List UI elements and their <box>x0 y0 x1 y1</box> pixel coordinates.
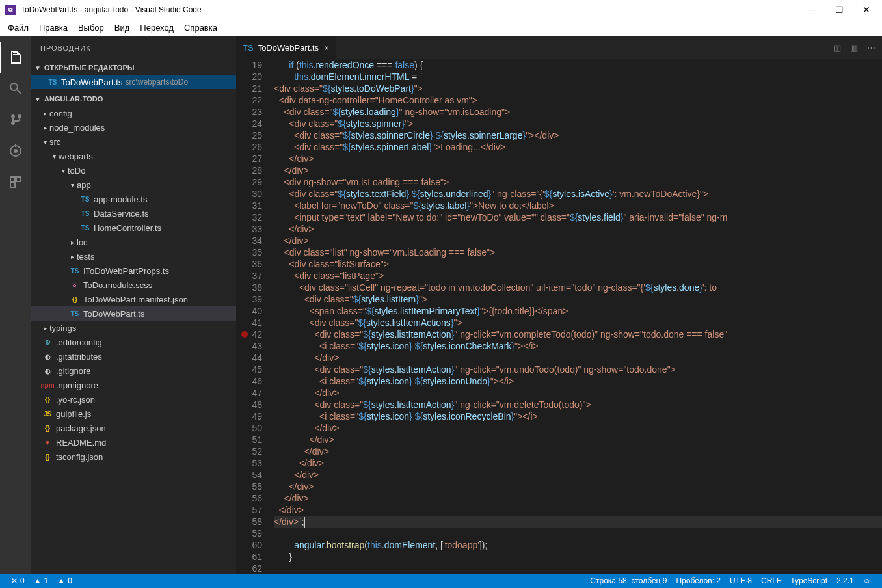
vscode-icon: ⧉ <box>5 5 16 15</box>
source-control-icon[interactable] <box>0 104 31 135</box>
minimize-button[interactable]: ─ <box>804 5 820 15</box>
file-readme[interactable]: ▼README.md <box>31 435 236 449</box>
file-manifest[interactable]: {}ToDoWebPart.manifest.json <box>31 292 236 306</box>
project-label: ANGULAR-TODO <box>44 95 103 103</box>
status-encoding[interactable]: UTF-8 <box>725 576 756 585</box>
layout-icon[interactable]: ▥ <box>850 43 858 53</box>
project-header[interactable]: ▼ANGULAR-TODO <box>31 92 236 106</box>
file-dataservice[interactable]: TSDataService.ts <box>31 206 236 220</box>
md-icon: ▼ <box>42 437 53 448</box>
git-icon: ◐ <box>42 366 53 376</box>
menu-go[interactable]: Переход <box>135 21 179 34</box>
title-bar: ⧉ ToDoWebPart.ts - angular-todo - Visual… <box>0 0 882 20</box>
open-editor-name: ToDoWebPart.ts <box>61 77 122 87</box>
ts-icon: TS <box>79 208 91 219</box>
status-cursor[interactable]: Строка 58, столбец 9 <box>585 576 671 585</box>
folder-tests[interactable]: ▸tests <box>31 249 236 263</box>
json-icon: {} <box>42 394 53 405</box>
window-controls: ─ ☐ ✕ <box>804 5 874 15</box>
open-editors-header[interactable]: ▼ОТКРЫТЫЕ РЕДАКТОРЫ <box>31 60 236 75</box>
json-icon: {} <box>69 294 81 304</box>
file-tsconfig[interactable]: {}tsconfig.json <box>31 449 236 464</box>
editorconfig-icon: ⚙ <box>42 337 53 347</box>
close-button[interactable]: ✕ <box>859 5 874 15</box>
editor-actions: ◫ ▥ ⋯ <box>827 36 882 59</box>
code-editor[interactable]: 1920212223242526272829303132333435363738… <box>236 59 882 574</box>
tab-label: ToDoWebPart.ts <box>258 43 319 53</box>
status-spaces[interactable]: Пробелов: 2 <box>671 576 725 585</box>
project-tree: ▼ANGULAR-TODO ▸config ▸node_modules ▾src… <box>31 90 236 465</box>
tab-todowebpart[interactable]: TS ToDoWebPart.ts × <box>236 36 336 59</box>
menu-selection[interactable]: Выбор <box>73 21 109 34</box>
status-warnings[interactable]: ▲ 1 <box>29 576 53 585</box>
open-editors-label: ОТКРЫТЫЕ РЕДАКТОРЫ <box>44 64 135 72</box>
code-content[interactable]: if (this.renderedOnce === false) { this.… <box>274 59 882 574</box>
window-title: ToDoWebPart.ts - angular-todo - Visual S… <box>21 5 804 14</box>
more-actions-icon[interactable]: ⋯ <box>867 43 875 53</box>
scss-icon: ఠ <box>69 280 81 290</box>
status-info[interactable]: ▲ 0 <box>53 576 77 585</box>
menu-help[interactable]: Справка <box>179 21 222 34</box>
folder-webparts[interactable]: ▾webparts <box>31 149 236 163</box>
explorer-icon[interactable] <box>0 42 31 73</box>
split-editor-icon[interactable]: ◫ <box>833 43 841 53</box>
open-editor-path: src\webparts\toDo <box>125 77 188 87</box>
file-yorc[interactable]: {}.yo-rc.json <box>31 392 236 407</box>
menu-view[interactable]: Вид <box>109 21 135 34</box>
ts-icon: TS <box>69 308 81 319</box>
ts-icon: TS <box>243 43 254 53</box>
svg-rect-3 <box>10 177 15 181</box>
file-gitattributes[interactable]: ◐.gitattributes <box>31 349 236 364</box>
status-version[interactable]: 2.2.1 <box>832 576 859 585</box>
npm-icon: npm <box>42 380 53 390</box>
folder-config[interactable]: ▸config <box>31 106 236 120</box>
folder-typings[interactable]: ▸typings <box>31 321 236 335</box>
svg-rect-5 <box>10 183 15 187</box>
file-homecontroller[interactable]: TSHomeController.ts <box>31 220 236 235</box>
open-editor-file[interactable]: TS ToDoWebPart.ts src\webparts\toDo <box>31 75 236 89</box>
svg-point-2 <box>14 149 18 153</box>
file-itodowebpartprops[interactable]: TSIToDoWebPartProps.ts <box>31 263 236 278</box>
file-package-json[interactable]: {}package.json <box>31 421 236 435</box>
file-editorconfig[interactable]: ⚙.editorconfig <box>31 335 236 349</box>
folder-loc[interactable]: ▸loc <box>31 235 236 249</box>
ts-icon: TS <box>69 265 81 276</box>
status-lang[interactable]: TypeScript <box>786 576 832 585</box>
menu-bar: Файл Правка Выбор Вид Переход Справка <box>0 20 882 36</box>
extensions-icon[interactable] <box>0 167 31 198</box>
debug-icon[interactable] <box>0 135 31 167</box>
sidebar: ПРОВОДНИК ▼ОТКРЫТЫЕ РЕДАКТОРЫ TS ToDoWeb… <box>31 36 236 574</box>
folder-app[interactable]: ▾app <box>31 178 236 192</box>
git-icon: ◐ <box>42 351 53 362</box>
ts-icon: TS <box>79 194 91 204</box>
file-todowebpart[interactable]: TSToDoWebPart.ts <box>31 306 236 321</box>
file-gitignore[interactable]: ◐.gitignore <box>31 364 236 378</box>
file-npmignore[interactable]: npm.npmignore <box>31 378 236 392</box>
json-icon: {} <box>42 451 53 462</box>
folder-src[interactable]: ▾src <box>31 135 236 149</box>
tab-close-icon[interactable]: × <box>324 43 329 53</box>
ts-icon: TS <box>47 77 59 87</box>
editor-tabs: TS ToDoWebPart.ts × ◫ ▥ ⋯ <box>236 36 882 59</box>
status-bar: ✕ 0 ▲ 1 ▲ 0 Строка 58, столбец 9 Пробело… <box>0 574 882 588</box>
status-eol[interactable]: CRLF <box>756 576 786 585</box>
folder-node-modules[interactable]: ▸node_modules <box>31 120 236 135</box>
status-feedback-icon[interactable]: ☺ <box>859 576 875 585</box>
js-icon: JS <box>42 408 53 419</box>
maximize-button[interactable]: ☐ <box>831 5 847 15</box>
sidebar-title: ПРОВОДНИК <box>31 36 236 59</box>
file-todo-module-scss[interactable]: ఠToDo.module.scss <box>31 278 236 292</box>
editor-area: TS ToDoWebPart.ts × ◫ ▥ ⋯ 19202122232425… <box>236 36 882 574</box>
folder-todo[interactable]: ▾toDo <box>31 163 236 178</box>
activity-bar <box>0 36 31 574</box>
json-icon: {} <box>42 423 53 433</box>
status-errors[interactable]: ✕ 0 <box>7 576 29 585</box>
search-icon[interactable] <box>0 73 31 104</box>
menu-file[interactable]: Файл <box>3 21 34 34</box>
svg-rect-4 <box>16 177 21 181</box>
file-gulpfile[interactable]: JSgulpfile.js <box>31 407 236 421</box>
ts-icon: TS <box>79 222 91 233</box>
menu-edit[interactable]: Правка <box>34 21 73 34</box>
file-app-module[interactable]: TSapp-module.ts <box>31 192 236 206</box>
line-numbers: 1920212223242526272829303132333435363738… <box>236 59 274 574</box>
